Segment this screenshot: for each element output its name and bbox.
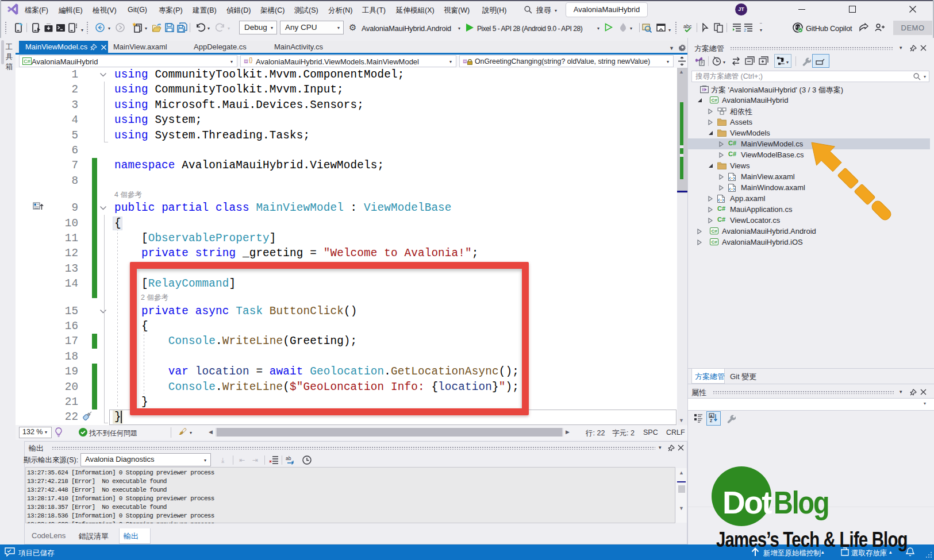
svg-text:2: 2 <box>744 28 747 33</box>
svg-text:abc: abc <box>683 24 692 29</box>
svg-text:A: A <box>710 414 713 418</box>
svg-text:ab: ab <box>286 455 291 461</box>
svg-text:Z: Z <box>710 419 713 423</box>
